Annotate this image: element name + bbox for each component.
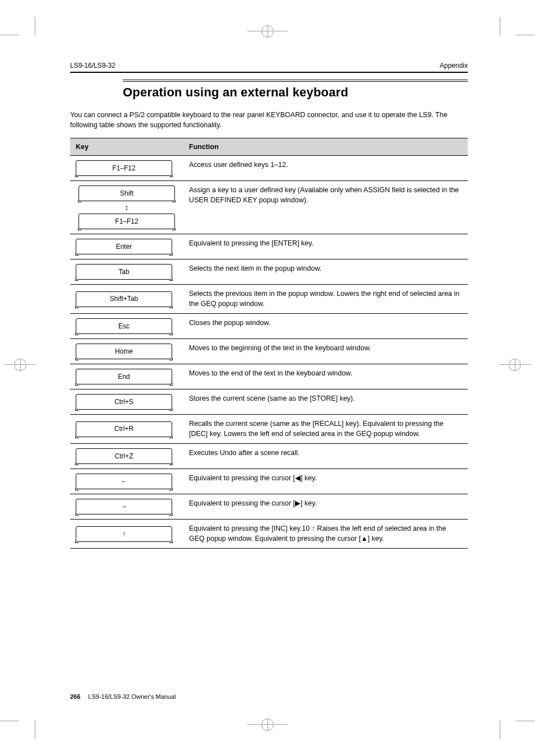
function-cell: Executes Undo after a scene recall. xyxy=(183,444,468,469)
table-row: Tab Selects the next item in the popup w… xyxy=(70,259,468,285)
page-footer: 266 LS9-16/LS9-32 Owner's Manual xyxy=(70,693,468,700)
intro-paragraph: You can connect a PS/2 compatible keyboa… xyxy=(70,110,468,130)
function-cell: Selects the previous item in the popup w… xyxy=(183,285,468,314)
function-cell: Recalls the current scene (same as the [… xyxy=(183,415,468,444)
key-graphic: Home xyxy=(76,344,172,359)
key-graphic: → xyxy=(76,499,172,514)
function-cell: Access user defined keys 1–12. xyxy=(183,156,468,181)
chapter-title: Operation using an external keyboard xyxy=(123,82,468,100)
registration-mark-icon xyxy=(4,354,36,376)
key-graphic: Esc xyxy=(76,318,172,334)
function-cell: Assign a key to a user defined key (Avai… xyxy=(183,181,468,234)
key-graphic: Enter xyxy=(76,239,172,254)
table-header-key: Key xyxy=(70,138,183,156)
table-row: Shift ↕ F1–F12 Assign a key to a user de… xyxy=(70,181,468,234)
table-row: ↑ Equivalent to pressing the [INC] key.1… xyxy=(70,520,468,549)
key-graphic: ↑ xyxy=(76,526,172,542)
page-content: LS9-16/LS9-32 Appendix Operation using a… xyxy=(70,62,468,549)
table-row: Ctrl+Z Executes Undo after a scene recal… xyxy=(70,444,468,469)
table-row: Shift+Tab Selects the previous item in t… xyxy=(70,285,468,314)
function-cell: Moves to the beginning of the text in th… xyxy=(183,339,468,364)
key-graphic: ← xyxy=(76,474,172,489)
header-section: Appendix xyxy=(440,62,468,69)
page-header: LS9-16/LS9-32 Appendix xyxy=(70,62,468,73)
footer-manual-title: LS9-16/LS9-32 Owner's Manual xyxy=(88,693,176,700)
key-graphic: Shift xyxy=(79,185,175,201)
function-cell: Equivalent to pressing the cursor [◀] ke… xyxy=(183,469,468,494)
table-row: Ctrl+R Recalls the current scene (same a… xyxy=(70,415,468,444)
function-cell: Equivalent to pressing the [INC] key.10 … xyxy=(183,520,468,549)
registration-mark-icon xyxy=(499,354,531,376)
table-row: Enter Equivalent to pressing the [ENTER]… xyxy=(70,234,468,259)
table-row: Esc Closes the popup window. xyxy=(70,314,468,339)
key-graphic: F1–F12 xyxy=(76,160,172,176)
registration-mark-icon xyxy=(247,713,288,736)
registration-mark-icon xyxy=(247,20,288,43)
keyboard-function-table: Key Function F1–F12 Access user defined … xyxy=(70,138,468,549)
table-row: Ctrl+S Stores the current scene (same as… xyxy=(70,389,468,415)
table-row: End Moves to the end of the text in the … xyxy=(70,364,468,389)
table-row: F1–F12 Access user defined keys 1–12. xyxy=(70,156,468,181)
key-graphic: Shift+Tab xyxy=(76,291,172,307)
page-number: 266 xyxy=(70,693,80,700)
function-cell: Selects the next item in the popup windo… xyxy=(183,259,468,285)
updown-arrow-icon: ↕ xyxy=(125,203,129,211)
table-row: → Equivalent to pressing the cursor [▶] … xyxy=(70,494,468,520)
function-cell: Closes the popup window. xyxy=(183,314,468,339)
table-header-function: Function xyxy=(183,138,468,156)
key-graphic: Ctrl+S xyxy=(76,394,172,410)
chapter-title-row: Operation using an external keyboard xyxy=(123,80,468,100)
function-cell: Equivalent to pressing the cursor [▶] ke… xyxy=(183,494,468,520)
key-graphic: Tab xyxy=(76,264,172,280)
key-graphic: Ctrl+Z xyxy=(76,448,172,464)
key-graphic: End xyxy=(76,369,172,384)
function-cell: Stores the current scene (same as the [S… xyxy=(183,389,468,415)
table-row: ← Equivalent to pressing the cursor [◀] … xyxy=(70,469,468,494)
table-row: Home Moves to the beginning of the text … xyxy=(70,339,468,364)
key-graphic: F1–F12 xyxy=(79,214,175,229)
function-cell: Equivalent to pressing the [ENTER] key. xyxy=(183,234,468,259)
header-model: LS9-16/LS9-32 xyxy=(70,62,116,69)
function-cell: Moves to the end of the text in the keyb… xyxy=(183,364,468,389)
key-graphic: Ctrl+R xyxy=(76,421,172,437)
